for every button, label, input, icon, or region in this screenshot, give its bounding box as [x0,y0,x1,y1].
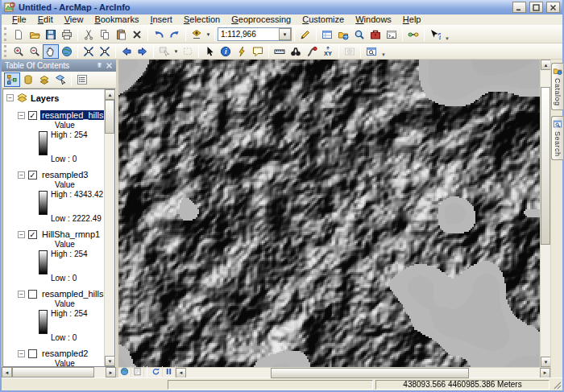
list-by-source-button[interactable] [20,72,36,87]
viewer-window-button[interactable] [363,44,379,59]
map-horizontal-scrollbar[interactable]: ◄ ► [176,368,550,378]
dock-tab-catalog[interactable]: Catalog [551,63,563,110]
copy-button[interactable] [97,27,113,42]
scroll-right-icon[interactable]: ► [106,367,116,378]
layer-name[interactable]: HillSha_rmnp1 [40,229,102,239]
undo-button[interactable] [151,27,167,42]
add-data-button[interactable] [189,27,205,42]
layer-name[interactable]: resampled_hillshade3 [40,110,104,120]
python-window-button[interactable] [384,27,400,42]
hyperlink-button[interactable] [234,44,250,59]
map-hscroll-thumb[interactable] [271,368,469,378]
list-by-drawing-order-button[interactable] [4,72,20,87]
go-to-xy-button[interactable]: XY [320,44,336,59]
layer-name[interactable]: resampled_hillshade2 [40,289,104,299]
toc-window-button[interactable] [319,27,335,42]
help-pointer-button[interactable]: ? [427,27,443,42]
layers-group-row[interactable]: −Layers [6,92,104,104]
toc-hscroll-thumb[interactable] [12,367,94,378]
layer-row[interactable]: −resampled_hillshade2 [18,288,104,299]
time-slider-button[interactable] [342,44,358,59]
close-button[interactable] [546,2,560,13]
toolbar-grip[interactable] [4,27,8,41]
collapse-icon[interactable]: − [18,171,25,179]
list-by-selection-button[interactable] [52,72,68,87]
catalog-window-button[interactable] [335,27,351,42]
toc-horizontal-scrollbar[interactable]: ◄ ► [2,367,116,378]
pin-icon[interactable] [96,62,103,69]
map-vscroll-thumb[interactable] [541,87,550,245]
collapse-icon[interactable]: − [18,291,25,298]
menu-view[interactable]: View [59,14,89,25]
toc-vertical-scrollbar[interactable]: ▲ ▼ [104,89,114,366]
layer-row[interactable]: −✓resampled_hillshade3 [18,109,104,121]
add-data-dropdown-icon[interactable]: ▼ [205,27,212,42]
toc-vscroll-track[interactable] [105,100,114,356]
map-viewport[interactable] [118,60,540,367]
forward-arrow-button[interactable] [135,44,151,59]
pan-button[interactable] [43,44,59,59]
menu-edit[interactable]: Edit [32,14,59,25]
toc-vscroll-thumb[interactable] [105,100,114,134]
select-elements-button[interactable] [201,44,218,59]
zoom-out-button[interactable] [27,44,43,59]
resize-grip[interactable] [552,380,562,390]
back-arrow-button[interactable] [118,44,135,59]
map-hscroll-track[interactable] [186,368,540,378]
delete-button[interactable] [129,27,145,42]
redo-button[interactable] [167,27,183,42]
measure-button[interactable] [272,44,288,59]
maximize-button[interactable] [529,2,543,13]
open-folder-button[interactable] [27,27,43,42]
layer-name[interactable]: resampled2 [40,349,89,358]
layout-view-button[interactable] [131,366,144,377]
layer-visibility-checkbox[interactable]: ✓ [28,171,37,179]
refresh-view-button[interactable] [150,366,163,377]
scroll-up-icon[interactable]: ▲ [105,89,115,100]
paste-button[interactable] [113,27,129,42]
menu-geoprocessing[interactable]: Geoprocessing [226,14,297,25]
identify-button[interactable]: i [218,44,234,59]
select-features-dropdown-icon[interactable]: ▼ [172,44,180,59]
collapse-icon[interactable]: − [18,231,25,238]
app-icon[interactable] [4,2,15,13]
print-button[interactable] [59,27,75,42]
layer-visibility-checkbox[interactable]: ✓ [28,111,37,120]
layer-row[interactable]: −✓HillSha_rmnp1 [18,229,104,240]
scroll-left-icon[interactable]: ◄ [176,368,186,378]
layer-visibility-checkbox[interactable]: ✓ [28,230,37,239]
scroll-down-icon[interactable]: ▼ [105,356,115,366]
new-document-button[interactable] [10,27,27,42]
scale-dropdown-icon[interactable]: ▼ [279,28,291,40]
data-view-button[interactable] [118,366,131,377]
list-by-visibility-button[interactable] [36,72,52,87]
clear-selection-button[interactable] [180,44,196,59]
collapse-icon[interactable]: − [18,350,25,357]
scroll-left-icon[interactable]: ◄ [2,367,12,378]
arctoolbox-button[interactable] [367,27,384,42]
scroll-right-icon[interactable]: ► [540,368,550,378]
menu-windows[interactable]: Windows [350,14,397,25]
toc-hscroll-track[interactable] [12,367,106,378]
layer-name[interactable]: resampled3 [40,170,89,179]
cut-button[interactable] [81,27,97,42]
fixed-zoom-in-button[interactable] [81,44,97,59]
editor-pencil-button[interactable] [297,27,313,42]
toc-close-icon[interactable] [106,62,113,69]
menu-selection[interactable]: Selection [178,14,226,25]
menu-help[interactable]: Help [397,14,427,25]
menu-file[interactable]: File [6,14,32,25]
pause-drawing-button[interactable] [163,366,176,377]
toc-options-button[interactable] [74,72,90,87]
model-builder-button[interactable] [405,27,421,42]
zoom-in-button[interactable] [10,44,27,59]
toolbar-overflow-icon[interactable]: ▼ [379,52,388,59]
minimize-button[interactable] [512,2,526,13]
find-button[interactable] [288,44,304,59]
find-route-button[interactable] [304,44,320,59]
layer-row[interactable]: −✓resampled3 [18,169,104,180]
layer-visibility-checkbox[interactable] [28,290,37,299]
map-vertical-scrollbar[interactable]: ▲ ▼ [540,60,550,367]
collapse-icon[interactable]: − [6,94,14,101]
html-popup-button[interactable] [250,44,266,59]
